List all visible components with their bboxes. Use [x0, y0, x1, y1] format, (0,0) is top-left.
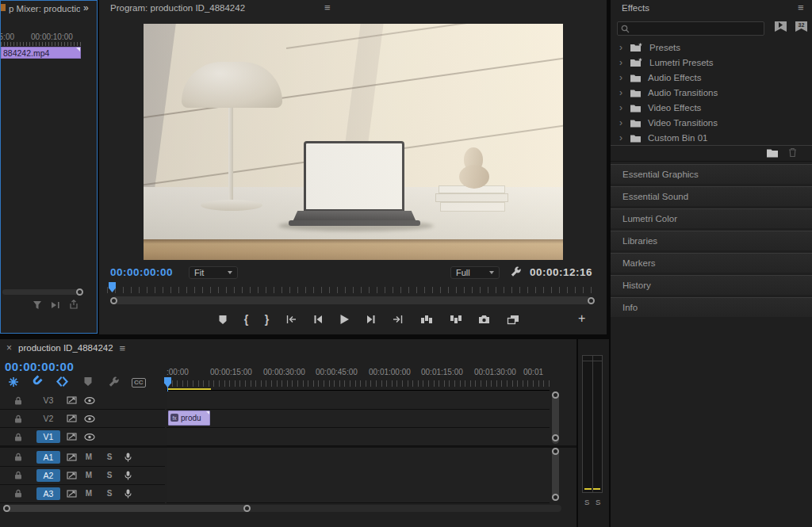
add-marker-icon[interactable]: [218, 315, 228, 325]
track-lane-v1[interactable]: [167, 428, 550, 446]
sync-lock-icon[interactable]: [67, 453, 77, 461]
mixer-h-scrollbar[interactable]: [2, 289, 82, 295]
sync-lock-icon[interactable]: [67, 490, 77, 498]
v-scrollbar-handle[interactable]: [552, 448, 559, 455]
lock-icon[interactable]: [14, 396, 22, 405]
chevron-right-icon[interactable]: ›: [617, 102, 625, 113]
track-label-a3[interactable]: A3: [36, 487, 60, 500]
timeline-h-scrollbar[interactable]: [3, 505, 251, 512]
lock-icon[interactable]: [14, 471, 22, 479]
mixer-clip[interactable]: 884242.mp4: [1, 47, 81, 59]
settings-wrench-icon[interactable]: [510, 265, 522, 277]
track-header-a2[interactable]: A2 M S: [0, 466, 165, 485]
meter-solo-right[interactable]: S: [596, 498, 600, 506]
effects-bin-lumetri-presets[interactable]: › Lumetri Presets: [611, 55, 812, 70]
track-header-v1[interactable]: V1: [0, 428, 165, 446]
tab-info[interactable]: Info: [611, 297, 812, 317]
tab-libraries[interactable]: Libraries: [611, 231, 812, 250]
sync-lock-icon[interactable]: [67, 472, 77, 479]
effects-bin-presets[interactable]: › Presets: [611, 40, 812, 55]
button-editor-add-icon[interactable]: +: [578, 311, 585, 326]
sync-lock-icon[interactable]: [67, 433, 77, 441]
track-label-a2[interactable]: A2: [36, 469, 60, 482]
track-lane-v3[interactable]: [167, 391, 550, 410]
sync-lock-icon[interactable]: [67, 414, 77, 422]
panel-menu-icon[interactable]: ≡: [798, 2, 804, 13]
lock-icon[interactable]: [14, 414, 22, 423]
program-timecode[interactable]: 00:00:00:00: [110, 266, 173, 278]
effects-bin-custom-bin-01[interactable]: › Custom Bin 01: [611, 131, 812, 145]
mute-button[interactable]: M: [83, 453, 94, 461]
timeline-panel-title[interactable]: production ID_4884242: [18, 343, 113, 353]
v-scrollbar-handle[interactable]: [552, 494, 559, 501]
export-icon[interactable]: [69, 300, 79, 309]
delete-bin-icon[interactable]: [788, 147, 797, 158]
lock-icon[interactable]: [14, 433, 22, 441]
mixer-ruler-ticks[interactable]: [1, 42, 81, 46]
scrollbar-handle-right[interactable]: [588, 297, 595, 304]
track-output-eye-icon[interactable]: [84, 415, 95, 422]
effects-bin-audio-effects[interactable]: › Audio Effects: [611, 71, 812, 85]
snap-icon[interactable]: [29, 373, 44, 388]
lock-icon[interactable]: [14, 453, 22, 461]
play-icon[interactable]: [339, 314, 350, 325]
panel-menu-icon[interactable]: ≡: [120, 343, 126, 353]
program-h-scrollbar[interactable]: [112, 296, 591, 304]
audio-tracks-v-scrollbar[interactable]: [552, 448, 559, 501]
program-scrubber-ticks[interactable]: [107, 287, 597, 293]
timeline-ruler[interactable]: :00:00 00:00:15:00 00:00:30:00 00:00:45:…: [167, 363, 550, 391]
mute-button[interactable]: M: [83, 471, 94, 479]
linked-selection-icon[interactable]: [56, 376, 68, 387]
sync-lock-icon[interactable]: [67, 396, 77, 404]
export-frame-icon[interactable]: [478, 315, 490, 324]
go-to-in-icon[interactable]: [285, 315, 297, 324]
solo-button[interactable]: S: [104, 471, 115, 479]
comparison-view-icon[interactable]: [507, 315, 519, 325]
new-custom-bin-icon[interactable]: [766, 148, 779, 158]
track-header-v2[interactable]: V2: [0, 410, 165, 428]
nest-toggle-icon[interactable]: [8, 376, 19, 388]
panel-menu-icon[interactable]: ≡: [324, 2, 331, 13]
add-marker-icon[interactable]: [83, 376, 93, 387]
effects-bin-video-transitions[interactable]: › Video Transitions: [611, 116, 812, 130]
track-output-eye-icon[interactable]: [84, 433, 95, 441]
chevron-right-icon[interactable]: ›: [617, 117, 625, 128]
track-label-v2[interactable]: V2: [36, 412, 60, 425]
chevron-right-icon[interactable]: ›: [617, 72, 625, 83]
chevron-right-icon[interactable]: ›: [617, 87, 625, 98]
track-lane-a3[interactable]: [167, 484, 550, 503]
h-scrollbar-handle-right[interactable]: [243, 505, 251, 512]
h-scrollbar-handle-left[interactable]: [3, 505, 10, 512]
v-scrollbar-handle[interactable]: [552, 434, 559, 441]
accelerated-effects-badge-icon[interactable]: [775, 21, 787, 32]
voiceover-mic-icon[interactable]: [124, 489, 132, 498]
mark-in-icon[interactable]: {: [244, 313, 248, 326]
track-label-a1[interactable]: A1: [36, 451, 60, 464]
effects-bin-audio-transitions[interactable]: › Audio Transitions: [611, 86, 812, 100]
track-label-v3[interactable]: V3: [36, 394, 60, 407]
close-icon[interactable]: ×: [6, 342, 12, 353]
mixer-scrollbar-handle[interactable]: [76, 288, 83, 296]
go-to-out-icon[interactable]: [392, 315, 404, 324]
solo-button[interactable]: S: [104, 489, 115, 498]
32-bit-color-badge-icon[interactable]: 32: [795, 21, 807, 32]
program-preview[interactable]: [144, 24, 563, 260]
track-header-v3[interactable]: V3: [0, 391, 165, 410]
track-header-a1[interactable]: A1 M S: [0, 448, 165, 467]
meter-solo-left[interactable]: S: [584, 498, 589, 506]
mark-out-icon[interactable]: }: [265, 313, 269, 326]
lift-icon[interactable]: [420, 315, 433, 324]
track-header-a3[interactable]: A3 M S: [0, 484, 165, 503]
track-lane-a1[interactable]: [167, 448, 550, 467]
loop-playback-icon[interactable]: [51, 301, 60, 309]
tab-history[interactable]: History: [611, 275, 812, 295]
track-lane-a2[interactable]: [167, 466, 550, 485]
v-scrollbar-handle[interactable]: [552, 391, 559, 399]
voiceover-mic-icon[interactable]: [124, 453, 132, 462]
scrollbar-handle-left[interactable]: [110, 297, 117, 304]
chevron-right-icon[interactable]: ›: [617, 57, 625, 68]
extract-icon[interactable]: [450, 315, 462, 324]
timeline-settings-icon[interactable]: [108, 376, 120, 388]
timeline-timecode[interactable]: 00:00:00:00: [5, 360, 74, 373]
track-output-eye-icon[interactable]: [84, 397, 95, 404]
